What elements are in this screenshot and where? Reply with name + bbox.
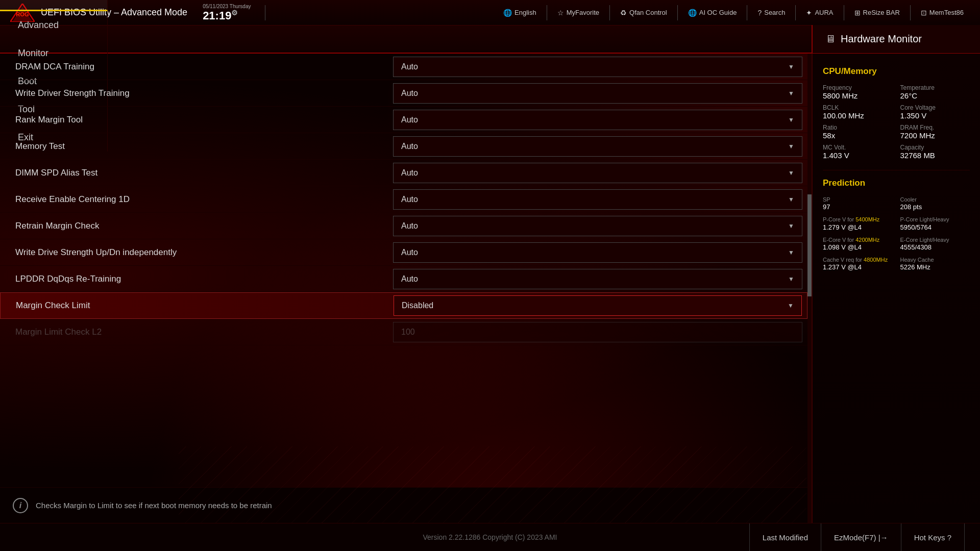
hw-divider <box>823 170 970 170</box>
dropdown-value-write-driver: Auto <box>401 89 418 98</box>
hw-cooler: Cooler 208 pts <box>900 196 970 211</box>
control-write-driver[interactable]: Auto ▼ <box>388 83 807 104</box>
topnav-item-aioc[interactable]: 🌐AI OC Guide <box>682 0 743 26</box>
hw-item-dram-freq.: DRAM Freq. 7200 MHz <box>900 124 970 140</box>
top-right-items: 🌐English☆MyFavorite♻Qfan Control🌐AI OC G… <box>497 0 970 26</box>
topnav-item-english[interactable]: 🌐English <box>497 0 543 26</box>
control-rank-margin[interactable]: Auto ▼ <box>388 110 807 130</box>
setting-row-dram-dca[interactable]: DRAM DCA Training Auto ▼ <box>0 54 807 80</box>
setting-row-lpddr-dqdqs[interactable]: LPDDR DqDqs Re-Training Auto ▼ <box>0 266 807 292</box>
bottom-btn-last-modified[interactable]: Last Modified <box>749 523 821 552</box>
dropdown-memory-test[interactable]: Auto ▼ <box>393 136 802 157</box>
setting-row-write-drive-strength[interactable]: Write Drive Strength Up/Dn independently… <box>0 239 807 266</box>
menu-item-extreme-tweaker[interactable]: Extreme Tweaker <box>0 0 108 11</box>
setting-row-rank-margin[interactable]: Rank Margin Tool Auto ▼ <box>0 107 807 133</box>
label-write-drive-strength: Write Drive Strength Up/Dn independently <box>0 247 388 258</box>
top-bar: ROG UEFI BIOS Utility – Advanced Mode 05… <box>0 0 980 26</box>
topbar-divider-4 <box>747 5 747 20</box>
control-write-drive-strength[interactable]: Auto ▼ <box>388 242 807 263</box>
dropdown-write-driver[interactable]: Auto ▼ <box>393 83 802 104</box>
topnav-item-qfan[interactable]: ♻Qfan Control <box>614 0 673 26</box>
control-margin-limit-l2[interactable]: 100 <box>388 322 807 342</box>
control-lpddr-dqdqs[interactable]: Auto ▼ <box>388 269 807 289</box>
dropdown-dimm-spd[interactable]: Auto ▼ <box>393 163 802 183</box>
dropdown-margin-check-limit[interactable]: Disabled ▼ <box>394 295 802 316</box>
dropdown-rank-margin[interactable]: Auto ▼ <box>393 110 802 130</box>
scroll-indicator[interactable] <box>807 54 812 523</box>
dropdown-arrow-retrain-margin: ▼ <box>788 222 794 230</box>
topbar-divider-7 <box>910 5 911 20</box>
prediction-cache: Cache V req for 4800MHz 1.237 V @L4 Heav… <box>823 256 970 271</box>
dropdown-write-drive-strength[interactable]: Auto ▼ <box>393 242 802 263</box>
label-dram-dca: DRAM DCA Training <box>0 62 388 72</box>
hw-pcore-v: P-Core V for 5400MHz 1.279 V @L4 <box>823 216 893 231</box>
scroll-thumb[interactable] <box>807 194 812 296</box>
topnav-item-aura[interactable]: ✦AURA <box>800 0 839 26</box>
datetime-time: 21:19⚙ <box>203 9 238 21</box>
setting-row-retrain-margin[interactable]: Retrain Margin Check Auto ▼ <box>0 213 807 239</box>
control-dram-dca[interactable]: Auto ▼ <box>388 57 807 77</box>
info-text: Checks Margin to Limit to see if next bo… <box>36 501 272 510</box>
prediction-section-title: Prediction <box>823 178 970 188</box>
english-label: English <box>514 9 536 16</box>
bottom-btn-label-last-modified: Last Modified <box>763 533 808 542</box>
dropdown-arrow-write-driver: ▼ <box>788 90 794 97</box>
topbar-divider <box>265 5 265 20</box>
topbar-divider-1 <box>547 5 547 20</box>
dropdown-arrow-margin-check-limit: ▼ <box>788 302 794 309</box>
bottom-btn-hot-keys[interactable]: Hot Keys ? <box>901 523 965 552</box>
input-value-margin-limit-l2: 100 <box>401 328 415 337</box>
control-receive-enable[interactable]: Auto ▼ <box>388 189 807 210</box>
topnav-item-search[interactable]: ?Search <box>751 0 791 26</box>
dropdown-value-lpddr-dqdqs: Auto <box>401 274 418 284</box>
myfavorite-label: MyFavorite <box>567 9 599 16</box>
qfan-label: Qfan Control <box>629 9 667 16</box>
setting-row-dimm-spd[interactable]: DIMM SPD Alias Test Auto ▼ <box>0 160 807 186</box>
cpu-memory-grid: Frequency 5800 MHz Temperature 26°C BCLK… <box>823 84 970 160</box>
memtest-icon: ⊡ <box>921 9 927 17</box>
hw-item-ratio: Ratio 58x <box>823 124 893 140</box>
dropdown-lpddr-dqdqs[interactable]: Auto ▼ <box>393 269 802 289</box>
dropdown-arrow-receive-enable: ▼ <box>788 196 794 203</box>
dropdown-dram-dca[interactable]: Auto ▼ <box>393 57 802 77</box>
bottom-btn-ezmode[interactable]: EzMode(F7) |→ <box>821 523 901 552</box>
prediction-pcore: P-Core V for 5400MHz 1.279 V @L4 P-Core … <box>823 216 970 231</box>
setting-row-write-driver[interactable]: Write Driver Strength Training Auto ▼ <box>0 80 807 107</box>
settings-list: DRAM DCA Training Auto ▼ Write Driver St… <box>0 54 807 487</box>
search-icon: ? <box>757 9 762 17</box>
hw-item-mc-volt.: MC Volt. 1.403 V <box>823 144 893 160</box>
monitor-icon: 🖥 <box>825 33 836 45</box>
setting-row-memory-test[interactable]: Memory Test Auto ▼ <box>0 133 807 160</box>
control-memory-test[interactable]: Auto ▼ <box>388 136 807 157</box>
hardware-monitor-header: 🖥 Hardware Monitor <box>812 25 980 53</box>
control-dimm-spd[interactable]: Auto ▼ <box>388 163 807 183</box>
dropdown-arrow-dimm-spd: ▼ <box>788 169 794 177</box>
cpu-memory-section-title: CPU/Memory <box>823 66 970 77</box>
aioc-icon: 🌐 <box>688 9 697 17</box>
dropdown-arrow-memory-test: ▼ <box>788 143 794 150</box>
menu-item-advanced[interactable]: Advanced <box>0 11 108 39</box>
topnav-item-myfavorite[interactable]: ☆MyFavorite <box>551 0 605 26</box>
control-retrain-margin[interactable]: Auto ▼ <box>388 216 807 236</box>
topnav-item-memtest[interactable]: ⊡MemTest86 <box>915 0 970 26</box>
content-area: DRAM DCA Training Auto ▼ Write Driver St… <box>0 54 980 523</box>
label-receive-enable: Receive Enable Centering 1D <box>0 194 388 205</box>
setting-row-margin-limit-l2[interactable]: Margin Limit Check L2 100 <box>0 319 807 345</box>
hw-item-capacity: Capacity 32768 MB <box>900 144 970 160</box>
label-write-driver: Write Driver Strength Training <box>0 88 388 98</box>
dropdown-receive-enable[interactable]: Auto ▼ <box>393 189 802 210</box>
dropdown-retrain-margin[interactable]: Auto ▼ <box>393 216 802 236</box>
topnav-item-resizebar[interactable]: ⊞ReSize BAR <box>848 0 906 26</box>
setting-row-receive-enable[interactable]: Receive Enable Centering 1D Auto ▼ <box>0 186 807 213</box>
setting-row-margin-check-limit[interactable]: Margin Check Limit Disabled ▼ <box>0 292 807 319</box>
dropdown-arrow-lpddr-dqdqs: ▼ <box>788 276 794 283</box>
label-rank-margin: Rank Margin Tool <box>0 115 388 125</box>
info-bar: i Checks Margin to Limit to see if next … <box>0 487 807 523</box>
topbar-divider-2 <box>609 5 610 20</box>
hw-item-core-voltage: Core Voltage 1.350 V <box>900 104 970 120</box>
prediction-ecore: E-Core V for 4200MHz 1.098 V @L4 E-Core … <box>823 236 970 251</box>
control-margin-check-limit[interactable]: Disabled ▼ <box>388 295 807 316</box>
dropdown-value-write-drive-strength: Auto <box>401 248 418 257</box>
label-lpddr-dqdqs: LPDDR DqDqs Re-Training <box>0 274 388 284</box>
dropdown-value-dram-dca: Auto <box>401 62 418 71</box>
